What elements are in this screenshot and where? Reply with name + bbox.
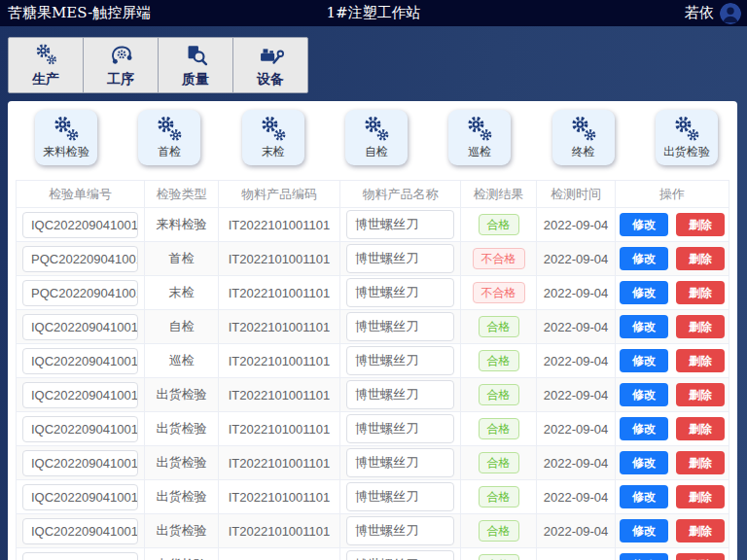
edit-button[interactable]: 修改 [620, 281, 668, 304]
result-badge: 不合格 [473, 282, 525, 303]
table-row: IQC202209041001 出货检验 IT2022101001101 博世螺… [17, 548, 729, 560]
edit-button[interactable]: 修改 [620, 417, 668, 440]
material-name-field[interactable]: 博世螺丝刀 [346, 244, 454, 273]
inspection-type-cell: 出货检验 [145, 514, 219, 548]
delete-button[interactable]: 删除 [676, 281, 725, 304]
order-no-field[interactable]: PQC202209041001 [22, 280, 138, 306]
column-header: 操作 [616, 181, 729, 208]
user-menu[interactable]: 若依 [685, 3, 741, 24]
result-badge: 合格 [479, 554, 519, 560]
delete-button[interactable]: 删除 [676, 247, 725, 270]
delete-button[interactable]: 删除 [676, 553, 725, 560]
delete-button[interactable]: 删除 [676, 485, 725, 508]
material-name-field[interactable]: 博世螺丝刀 [346, 346, 454, 375]
tab-label: 设备 [257, 71, 284, 88]
inspection-card-label: 自检 [365, 144, 388, 160]
process-route-icon [108, 42, 134, 68]
delete-button[interactable]: 删除 [676, 519, 725, 542]
inspection-type-cell: 巡检 [145, 344, 219, 378]
order-no-field[interactable]: IQC202209041001 [22, 382, 138, 408]
order-no-field[interactable]: IQC202209041001 [22, 518, 138, 544]
material-name-field[interactable]: 博世螺丝刀 [346, 380, 454, 409]
order-no-field[interactable]: IQC202209041001 [22, 314, 138, 340]
edit-button[interactable]: 修改 [620, 519, 668, 542]
material-code-cell: IT2022101001101 [219, 276, 340, 310]
edit-button[interactable]: 修改 [620, 451, 668, 474]
gear-pair-icon [671, 114, 702, 145]
result-badge: 合格 [479, 316, 519, 337]
inspection-card[interactable]: 出货检验 [656, 110, 718, 165]
edit-button[interactable]: 修改 [620, 315, 668, 338]
inspection-card[interactable]: 自检 [345, 110, 408, 165]
material-name-field[interactable]: 博世螺丝刀 [346, 516, 454, 545]
material-code-cell: IT2022101001101 [219, 344, 340, 378]
gear-pair-icon [51, 114, 82, 145]
material-name-field[interactable]: 博世螺丝刀 [346, 550, 454, 560]
material-name-field[interactable]: 博世螺丝刀 [346, 414, 454, 443]
username: 若依 [685, 4, 714, 22]
table-row: IQC202209041001 来料检验 IT2022101001101 博世螺… [17, 208, 729, 242]
material-name-field[interactable]: 博世螺丝刀 [346, 278, 454, 307]
result-badge: 合格 [479, 350, 519, 371]
delete-button[interactable]: 删除 [676, 349, 725, 372]
order-no-field[interactable]: IQC202209041001 [22, 450, 138, 476]
edit-button[interactable]: 修改 [620, 553, 668, 560]
user-avatar-icon[interactable] [720, 3, 741, 24]
tab-production[interactable]: 生产 [8, 37, 84, 93]
column-header: 检测结果 [461, 181, 537, 208]
inspection-card[interactable]: 巡检 [448, 110, 511, 165]
order-no-field[interactable]: IQC202209041001 [22, 552, 138, 560]
delete-button[interactable]: 删除 [676, 315, 725, 338]
result-badge: 合格 [479, 214, 519, 235]
inspection-type-cell: 来料检验 [145, 208, 219, 242]
material-code-cell: IT2022101001101 [219, 548, 340, 560]
inspection-card[interactable]: 来料检验 [35, 110, 97, 165]
edit-button[interactable]: 修改 [620, 213, 668, 236]
material-code-cell: IT2022101001101 [219, 446, 340, 480]
tab-process[interactable]: 工序 [83, 37, 159, 93]
quality-search-icon [183, 42, 209, 68]
edit-button[interactable]: 修改 [620, 485, 668, 508]
inspection-date-cell: 2022-09-04 [537, 344, 616, 378]
material-name-field[interactable]: 博世螺丝刀 [346, 482, 454, 511]
table-row: IQC202209041001 出货检验 IT2022101001101 博世螺… [17, 514, 729, 548]
inspection-table: 检验单编号检验类型物料产品编码物料产品名称检测结果检测时间操作 IQC20220… [16, 180, 729, 560]
inspection-type-cell: 出货检验 [145, 480, 219, 514]
material-name-field[interactable]: 博世螺丝刀 [346, 312, 454, 341]
table-row: IQC202209041001 巡检 IT2022101001101 博世螺丝刀… [17, 344, 729, 378]
inspection-card[interactable]: 末检 [242, 110, 304, 165]
delete-button[interactable]: 删除 [676, 213, 725, 236]
edit-button[interactable]: 修改 [620, 349, 668, 372]
material-name-field[interactable]: 博世螺丝刀 [346, 210, 454, 239]
column-header: 检验单编号 [17, 181, 145, 208]
inspection-card[interactable]: 首检 [138, 110, 200, 165]
inspection-card-label: 末检 [262, 144, 285, 160]
equipment-icon [258, 42, 284, 68]
inspection-type-cell: 出货检验 [145, 378, 219, 412]
column-header: 物料产品名称 [340, 181, 461, 208]
delete-button[interactable]: 删除 [676, 383, 725, 406]
tab-quality[interactable]: 质量 [158, 37, 233, 93]
table-row: IQC202209041001 出货检验 IT2022101001101 博世螺… [17, 412, 729, 446]
column-header: 检验类型 [145, 181, 219, 208]
gear-pair-icon [464, 114, 495, 145]
delete-button[interactable]: 删除 [676, 451, 725, 474]
tab-equipment[interactable]: 设备 [232, 37, 308, 93]
inspection-type-cell: 出货检验 [145, 548, 219, 560]
table-row: IQC202209041001 自检 IT2022101001101 博世螺丝刀… [17, 310, 729, 344]
order-no-field[interactable]: PQC202209041001 [22, 246, 138, 272]
order-no-field[interactable]: IQC202209041001 [22, 416, 138, 442]
inspection-card-label: 巡检 [468, 144, 491, 160]
order-no-field[interactable]: IQC202209041001 [22, 484, 138, 510]
material-code-cell: IT2022101001101 [219, 242, 340, 276]
order-no-field[interactable]: IQC202209041001 [22, 348, 138, 374]
edit-button[interactable]: 修改 [620, 383, 668, 406]
gear-pair-icon [361, 114, 392, 145]
edit-button[interactable]: 修改 [620, 247, 668, 270]
order-no-field[interactable]: IQC202209041001 [22, 212, 138, 238]
inspection-date-cell: 2022-09-04 [537, 480, 616, 514]
delete-button[interactable]: 删除 [676, 417, 725, 440]
material-code-cell: IT2022101001101 [219, 514, 340, 548]
inspection-card[interactable]: 终检 [552, 110, 615, 165]
material-name-field[interactable]: 博世螺丝刀 [346, 448, 454, 477]
